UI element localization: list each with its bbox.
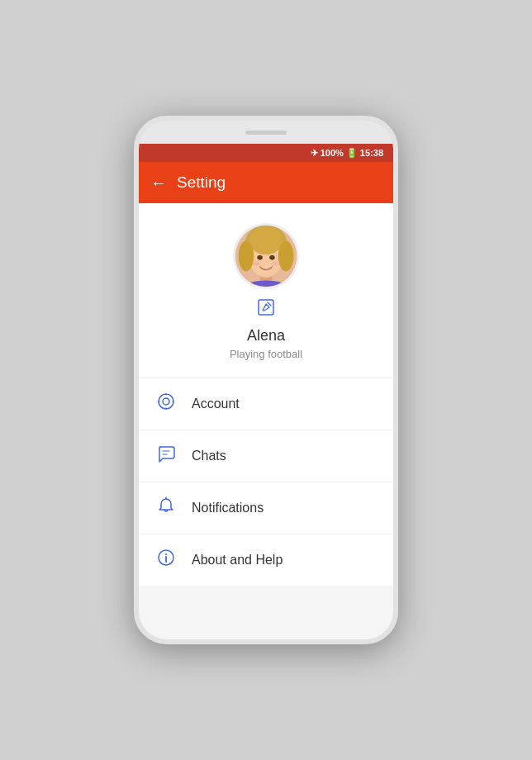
svg-point-4 [249,227,283,254]
menu-item-notifications[interactable]: Notifications [139,482,393,534]
notifications-label: Notifications [192,501,264,515]
menu-item-about-help[interactable]: About and Help [139,534,393,586]
main-content: Alena Playing football [139,203,393,639]
edit-profile-button[interactable] [256,297,276,321]
about-help-label: About and Help [192,553,283,568]
avatar [233,223,299,289]
account-icon [155,392,177,416]
clock: 15:38 [360,148,383,158]
svg-point-9 [252,261,259,266]
menu-item-chats[interactable]: Chats [139,430,393,482]
account-label: Account [192,397,240,411]
svg-point-8 [269,255,274,260]
svg-point-18 [173,401,174,402]
svg-point-6 [278,241,294,272]
svg-point-13 [159,394,173,409]
profile-card: Alena Playing football [139,203,393,377]
phone-notch [139,121,393,144]
airplane-icon: ✈ [311,148,318,159]
about-help-icon [155,548,177,572]
app-bar: ← Setting [139,162,393,203]
svg-point-16 [165,408,167,410]
notifications-icon [155,496,177,520]
settings-menu: Account Chats [139,378,393,586]
battery-level: 100% [321,148,344,158]
status-icons: ✈ 100% 🔋 15:38 [311,148,383,159]
svg-point-17 [159,401,160,402]
svg-point-14 [163,398,169,405]
svg-point-5 [239,241,254,272]
svg-point-24 [165,553,167,555]
svg-rect-12 [259,300,273,315]
avatar-image [235,226,297,287]
phone-device: ✈ 100% 🔋 15:38 ← Setting [134,116,398,644]
chats-label: Chats [192,449,226,463]
profile-status-text: Playing football [230,348,302,360]
phone-screen: ✈ 100% 🔋 15:38 ← Setting [139,144,393,639]
svg-point-15 [165,394,167,396]
svg-point-10 [272,261,279,266]
battery-icon: 🔋 [346,148,358,159]
profile-name: Alena [247,327,285,344]
menu-item-account[interactable]: Account [139,378,393,430]
status-bar: ✈ 100% 🔋 15:38 [139,144,393,162]
phone-speaker [245,131,287,135]
chats-icon [155,444,177,468]
svg-point-7 [257,255,262,260]
page-title: Setting [177,173,226,192]
back-button[interactable]: ← [150,173,167,192]
